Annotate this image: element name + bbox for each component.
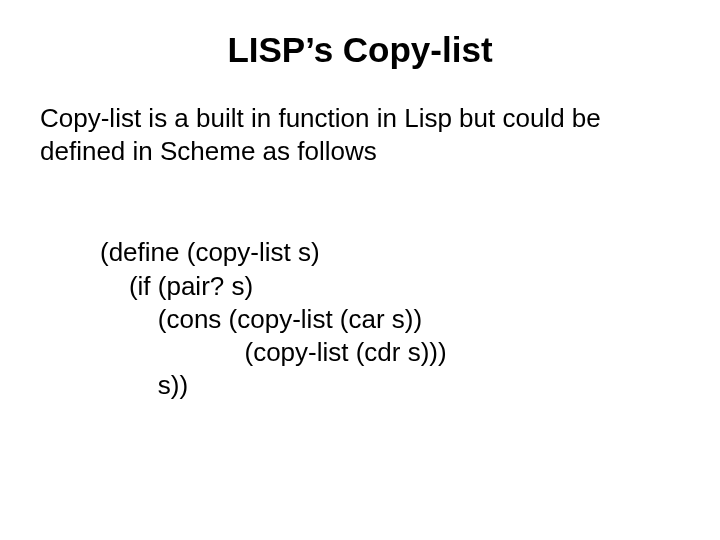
intro-paragraph: Copy-list is a built in function in Lisp… — [40, 102, 680, 167]
code-line: (cons (copy-list (car s)) — [100, 304, 422, 334]
code-line: (copy-list (cdr s))) — [100, 337, 447, 367]
code-line: (if (pair? s) — [100, 271, 253, 301]
slide: LISP’s Copy-list Copy-list is a built in… — [0, 0, 720, 540]
slide-title: LISP’s Copy-list — [40, 30, 680, 70]
code-block: (define (copy-list s) (if (pair? s) (con… — [100, 203, 680, 403]
code-line: s)) — [100, 370, 188, 400]
code-line: (define (copy-list s) — [100, 237, 320, 267]
